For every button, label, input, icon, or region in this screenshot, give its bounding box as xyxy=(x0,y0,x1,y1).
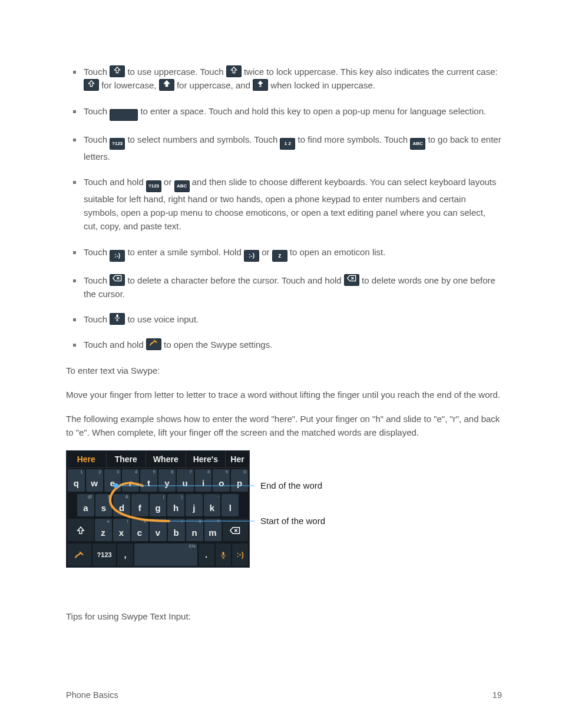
swype-key-icon xyxy=(146,338,161,350)
paragraph-enter-swype: To enter text via Swype: xyxy=(66,364,502,377)
text: to select numbers and symbols. Touch xyxy=(127,134,277,144)
shift-locked-icon xyxy=(253,79,268,91)
instruction-list: Touch to use uppercase. Touch twice to l… xyxy=(66,65,502,352)
key-n: n4 xyxy=(186,519,203,541)
bullet-swype-settings: Touch and hold to open the Swype setting… xyxy=(66,338,502,351)
suggestion-bar: Here There Where Here's Her xyxy=(67,451,249,468)
key-r: r4 xyxy=(122,469,139,492)
shift-uppercase-icon xyxy=(159,79,174,91)
q123-key-icon: ?123 xyxy=(146,180,161,192)
paragraph-tips: Tips for using Swype Text Input: xyxy=(66,610,502,623)
text: to use voice input. xyxy=(127,314,199,324)
backspace-key-icon xyxy=(110,274,125,286)
key-z: z℮ xyxy=(95,519,112,541)
key-row-4: ?123 , EN . :-) xyxy=(67,542,249,567)
key-y: y6 xyxy=(158,469,176,492)
key-a: a@ xyxy=(77,494,94,516)
smile-key-icon: :-) xyxy=(110,250,125,262)
key-g: g( xyxy=(150,494,167,516)
key-row-1: q1w2e3r4t5y6u7i8o9p0 xyxy=(67,468,249,493)
key-j: j xyxy=(186,494,203,516)
suggestion: Here xyxy=(67,451,107,467)
text: to open the Swype settings. xyxy=(164,340,272,350)
key-f: f xyxy=(131,494,148,516)
key-h: h) xyxy=(167,494,184,516)
smile-key: :-) xyxy=(232,543,248,566)
mic-key-icon xyxy=(110,313,125,325)
text: Touch and hold xyxy=(84,340,144,350)
text: to open an emoticon list. xyxy=(290,247,386,257)
key-i: i8 xyxy=(195,469,212,492)
period-key: . xyxy=(199,543,214,566)
text: for uppercase, and xyxy=(177,80,250,90)
text: Touch xyxy=(84,106,107,116)
key-row-3: z℮x!c#v=b/n4m? xyxy=(67,518,249,542)
keyboard-figure: Here There Where Here's Her q1w2e3r4t5y6… xyxy=(66,450,502,592)
bullet-voice: Touch to use voice input. xyxy=(66,312,502,326)
bullet-numbers-symbols: Touch ?123 to select numbers and symbols… xyxy=(66,133,502,163)
annotation-start: Start of the word xyxy=(260,516,325,526)
footer-section: Phone Basics xyxy=(66,690,118,700)
key-w: w2 xyxy=(86,469,103,492)
paragraph-trace: Move your finger from letter to letter t… xyxy=(66,388,502,401)
key-d: d& xyxy=(113,494,130,516)
key-row-2: a@s$d&fg(h)jk·l xyxy=(67,493,249,518)
text: Touch xyxy=(84,134,107,144)
svg-rect-2 xyxy=(222,552,224,555)
abc-key-icon: ABC xyxy=(174,180,190,192)
key-func xyxy=(68,519,94,541)
text: Touch xyxy=(84,67,107,77)
annotation-end: End of the word xyxy=(260,480,322,490)
text: to enter a space. Touch and hold this ke… xyxy=(140,106,486,116)
z-key-icon: z xyxy=(272,250,287,262)
more-symbols-icon: 1 2 xyxy=(280,138,295,150)
swype-key xyxy=(68,543,91,566)
text: Touch and hold xyxy=(84,177,144,187)
text: Touch xyxy=(84,247,107,257)
key-u: u7 xyxy=(177,469,194,492)
text: Touch xyxy=(84,275,107,285)
text: to enter a smile symbol. Hold xyxy=(127,247,241,257)
footer-page-number: 19 xyxy=(492,690,502,700)
key-c: c# xyxy=(131,519,148,541)
text: or xyxy=(164,177,171,187)
shift-key-icon xyxy=(226,65,242,77)
abc-key-icon: ABC xyxy=(410,138,425,150)
key-b: b/ xyxy=(168,519,185,541)
key-x: x! xyxy=(113,519,130,541)
mic-key xyxy=(216,543,232,566)
paragraph-example: The following example shows how to enter… xyxy=(66,412,502,440)
q123-key-icon: ?123 xyxy=(110,138,125,150)
bullet-smile: Touch :-) to enter a smile symbol. Hold … xyxy=(66,245,502,262)
shift-lowercase-icon xyxy=(84,79,99,91)
key-s: s$ xyxy=(95,494,113,516)
svg-rect-1 xyxy=(117,314,118,318)
key-k: k· xyxy=(204,494,221,516)
text: for lowercase, xyxy=(101,80,156,90)
key-o: o9 xyxy=(213,469,230,492)
shift-key-icon xyxy=(110,65,125,77)
suggestion: Her xyxy=(226,451,249,467)
suggestion: Here's xyxy=(186,451,226,467)
space-key: EN xyxy=(134,543,197,566)
key-q: q1 xyxy=(68,469,85,492)
bullet-space: Touch to enter a space. Touch and hold t… xyxy=(66,104,502,121)
suggestion: There xyxy=(107,451,147,467)
bullet-delete: Touch to delete a character before the c… xyxy=(66,274,502,301)
text: twice to lock uppercase. This key also i… xyxy=(244,67,498,77)
key-func xyxy=(223,519,249,541)
key-m: m? xyxy=(204,519,222,541)
text: to use uppercase. Touch xyxy=(127,67,223,77)
key-t: t5 xyxy=(140,469,157,492)
key-v: v= xyxy=(150,519,167,541)
text: to delete a character before the cursor.… xyxy=(127,275,341,285)
space-key-icon xyxy=(110,109,138,121)
svg-rect-0 xyxy=(259,86,262,87)
text: or xyxy=(262,247,269,257)
bullet-keyboard-select: Touch and hold ?123 or ABC and then slid… xyxy=(66,175,502,233)
smile-key-icon: :-) xyxy=(244,250,259,262)
q123-key: ?123 xyxy=(92,543,116,566)
page-footer: Phone Basics 19 xyxy=(66,690,502,700)
suggestion: Where xyxy=(146,451,186,467)
key-e: e3 xyxy=(104,469,121,492)
